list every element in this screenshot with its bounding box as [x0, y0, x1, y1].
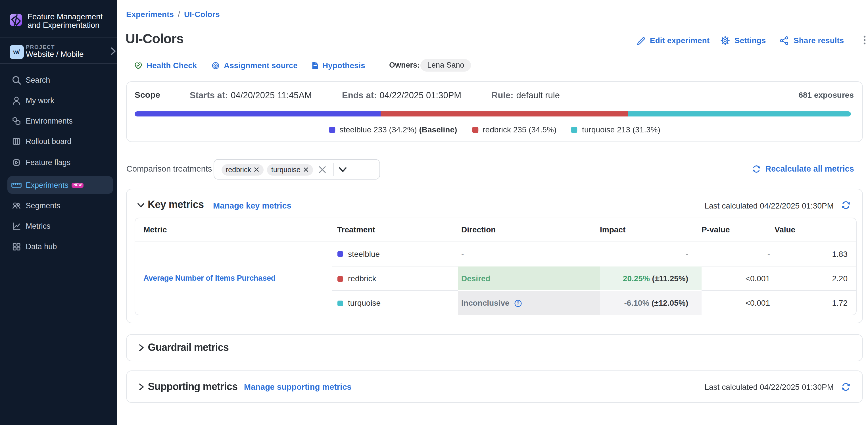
svg-text:?: ? — [517, 301, 520, 306]
